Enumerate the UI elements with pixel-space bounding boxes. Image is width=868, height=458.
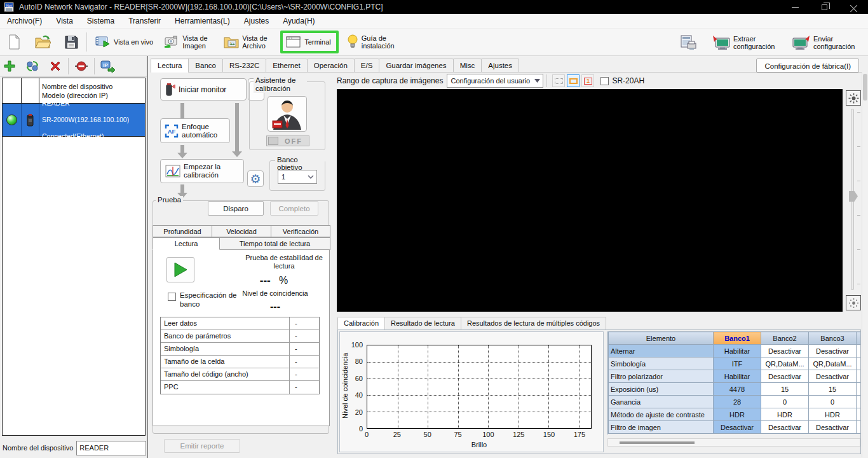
- refresh-device-button[interactable]: [23, 57, 42, 75]
- right-scrollbar[interactable]: [862, 72, 868, 457]
- run-test-button[interactable]: [166, 257, 194, 282]
- cell[interactable]: Habilitar: [714, 370, 761, 383]
- bank-table-hscrollbar[interactable]: [607, 438, 860, 447]
- start-calibration-button[interactable]: Empezar la calibración: [160, 159, 244, 183]
- test-tab-verificacion[interactable]: Verificación: [271, 225, 330, 237]
- test-tab-lectura[interactable]: Lectura: [153, 237, 220, 250]
- cell[interactable]: 15: [857, 383, 861, 396]
- minimize-button[interactable]: [780, 0, 810, 14]
- sr20ah-checkbox[interactable]: [600, 77, 609, 85]
- live-view-button[interactable]: Vista en vivo: [91, 32, 157, 52]
- cell[interactable]: 4478: [714, 383, 761, 396]
- cell[interactable]: HDR: [809, 408, 857, 421]
- delete-device-button[interactable]: [46, 57, 65, 75]
- disconnect-device-button[interactable]: [72, 57, 91, 75]
- brightness-slider-handle[interactable]: [849, 191, 858, 202]
- cell[interactable]: 28: [714, 396, 761, 408]
- calibration-assistant-button[interactable]: [268, 96, 307, 132]
- close-button[interactable]: [839, 0, 868, 14]
- terminal-button[interactable]: Terminal: [285, 34, 331, 50]
- target-bank-select[interactable]: 1: [278, 170, 317, 184]
- tab-resultados-multiples[interactable]: Resultados de lectura de múltiples códig…: [461, 317, 606, 330]
- col-banco1[interactable]: Banco1: [714, 332, 761, 345]
- cell[interactable]: Desactivar: [809, 345, 857, 357]
- cell[interactable]: HDR: [714, 408, 761, 421]
- cell[interactable]: Desactivar: [809, 421, 857, 434]
- brightness-down-button[interactable]: [846, 295, 861, 310]
- tab-resultado-lectura[interactable]: Resultado de lectura: [384, 317, 461, 330]
- test-tab-velocidad[interactable]: Velocidad: [212, 225, 271, 237]
- extract-config-button[interactable]: Extraer configuración: [708, 32, 782, 53]
- cell[interactable]: 15: [761, 383, 809, 396]
- capture-preset-select[interactable]: Configuración del usuario: [447, 74, 543, 88]
- col-banco4[interactable]: Banco4: [857, 332, 861, 345]
- autofocus-button[interactable]: AF Enfoque automático: [160, 118, 230, 143]
- cell[interactable]: QR,DataM...: [761, 357, 809, 370]
- cell[interactable]: ITF: [714, 357, 761, 370]
- capture-full-button[interactable]: [552, 74, 565, 87]
- tab-banco[interactable]: Banco: [188, 59, 223, 73]
- cell[interactable]: Desactivar: [714, 421, 761, 434]
- col-banco3[interactable]: Banco3: [809, 332, 857, 345]
- start-monitor-button[interactable]: Iniciar monitor: [160, 78, 247, 101]
- cell[interactable]: 15: [809, 383, 857, 396]
- factory-reset-button[interactable]: Configuración de fábrica(I): [756, 59, 859, 73]
- tab-calibracion[interactable]: Calibración: [337, 317, 385, 330]
- test-tab-profundidad[interactable]: Profundidad: [153, 225, 212, 237]
- menu-archivo[interactable]: Archivo(F): [0, 15, 49, 27]
- camera-image-view[interactable]: [337, 89, 843, 312]
- cell[interactable]: Desactivar: [809, 370, 857, 383]
- menu-ajustes[interactable]: Ajustes: [237, 15, 276, 27]
- menu-vista[interactable]: Vista: [49, 15, 79, 27]
- restore-button[interactable]: [810, 0, 839, 14]
- cell[interactable]: Desactivar: [761, 421, 809, 434]
- assistant-toggle[interactable]: OFF: [266, 135, 309, 146]
- cell[interactable]: Desactivar: [857, 370, 861, 383]
- cell[interactable]: Desactivar: [857, 421, 861, 434]
- brightness-up-button[interactable]: [846, 90, 861, 106]
- ip-settings-button[interactable]: IP: [98, 57, 117, 75]
- tab-operacion[interactable]: Operación: [307, 59, 355, 73]
- cell[interactable]: 0: [857, 396, 861, 408]
- bank-spec-checkbox[interactable]: [168, 293, 176, 301]
- calibration-settings-button[interactable]: ⚙: [247, 170, 264, 187]
- menu-sistema[interactable]: Sistema: [80, 15, 121, 27]
- emit-report-button[interactable]: Emitir reporte: [164, 439, 240, 453]
- print-config-button[interactable]: [676, 32, 702, 53]
- image-view-button[interactable]: Vista de Imagen: [159, 32, 217, 52]
- bank-table-hscrollbar-thumb[interactable]: [620, 441, 695, 444]
- file-view-button[interactable]: Vista de Archivo: [219, 32, 276, 52]
- cell[interactable]: Desactivar: [761, 370, 809, 383]
- tab-lectura[interactable]: Lectura: [151, 58, 189, 73]
- cell[interactable]: Habilitar: [714, 345, 761, 357]
- cell[interactable]: HDR: [857, 408, 861, 421]
- complete-button[interactable]: Completo: [270, 201, 318, 216]
- new-file-button[interactable]: [3, 32, 25, 52]
- tab-ethernet[interactable]: Ethernet: [266, 59, 307, 73]
- capture-one-button[interactable]: 1: [581, 74, 594, 87]
- menu-transferir[interactable]: Transferir: [121, 15, 168, 27]
- tab-es[interactable]: E/S: [354, 59, 380, 73]
- device-name-input[interactable]: READER: [76, 441, 146, 455]
- test-tab-tiempo-total[interactable]: Tiempo total de lectura: [219, 237, 330, 250]
- install-guide-button[interactable]: Guía de instalación: [342, 32, 402, 52]
- menu-herramientas[interactable]: Herramientas(L): [168, 15, 237, 27]
- cell[interactable]: 0: [761, 396, 809, 408]
- save-button[interactable]: [60, 32, 83, 52]
- right-scrollbar-thumb[interactable]: [863, 74, 867, 101]
- device-row[interactable]: READER SR-2000W(192.168.100.100) Connect…: [3, 104, 145, 137]
- cell[interactable]: Desactivar: [857, 345, 861, 357]
- send-config-button[interactable]: Enviar configuración: [788, 32, 862, 53]
- tab-guardar-imagenes[interactable]: Guardar imágenes: [379, 59, 453, 73]
- tab-misc[interactable]: Misc: [453, 59, 482, 73]
- add-device-button[interactable]: [0, 57, 19, 75]
- tab-ajustes[interactable]: Ajustes: [481, 59, 519, 73]
- tab-rs232c[interactable]: RS-232C: [222, 59, 266, 73]
- col-banco2[interactable]: Banco2: [761, 332, 809, 345]
- cell[interactable]: 0: [809, 396, 857, 408]
- cell[interactable]: QR,DataM...: [809, 357, 857, 370]
- open-file-button[interactable]: [31, 32, 55, 52]
- cell[interactable]: QR,DataM...: [857, 357, 861, 370]
- capture-custom-button[interactable]: [567, 74, 580, 87]
- cell[interactable]: HDR: [761, 408, 809, 421]
